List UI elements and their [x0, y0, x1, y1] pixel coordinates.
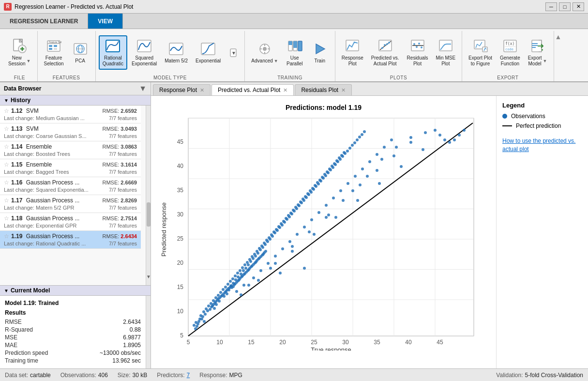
- status-bar: Data set: cartable Observations: 406 Siz…: [0, 368, 588, 381]
- plot-title: Predictions: model 1.19: [155, 104, 492, 111]
- advanced-button[interactable]: Advanced ▼: [248, 39, 281, 66]
- star-icon[interactable]: ☆: [4, 125, 9, 132]
- pca-button[interactable]: PCA: [68, 39, 92, 66]
- svg-text:25: 25: [311, 339, 317, 346]
- svg-point-248: [298, 204, 301, 207]
- legend-panel: Legend Observations Perfect prediction H…: [496, 96, 588, 368]
- history-item[interactable]: ☆ 1.15 Ensemble RMSE: 3.1614 Last change…: [0, 159, 141, 177]
- svg-point-311: [453, 138, 456, 141]
- svg-rect-8: [49, 45, 52, 47]
- svg-point-324: [257, 279, 260, 282]
- data-browser-collapse-icon[interactable]: ▼: [139, 84, 147, 93]
- predicted-actual-button[interactable]: Predicted vs.Actual Plot: [368, 36, 403, 69]
- svg-rect-33: [293, 41, 297, 48]
- toolbar-group-training: Advanced ▼ UseParallel: [245, 31, 335, 81]
- response-plot-button[interactable]: ResponsePlot: [338, 36, 367, 69]
- star-icon[interactable]: ☆: [4, 197, 9, 204]
- svg-rect-9: [54, 45, 57, 47]
- close-predicted-actual-plot-icon[interactable]: ✕: [283, 87, 287, 93]
- pca-icon: [73, 41, 88, 57]
- help-link[interactable]: How to use the predicted vs. actual plot: [502, 137, 582, 153]
- pca-label: PCA: [75, 58, 85, 64]
- svg-point-234: [264, 243, 267, 246]
- use-parallel-label: UseParallel: [286, 55, 302, 67]
- tab-residuals-plot[interactable]: Residuals Plot ✕: [295, 84, 352, 95]
- result-training-time: Training time 13.962 sec: [5, 357, 141, 365]
- current-model-collapse-icon[interactable]: ▼: [4, 288, 9, 293]
- current-model-scrollbar[interactable]: [146, 296, 151, 368]
- more-models-button[interactable]: ▼: [225, 43, 241, 63]
- svg-point-284: [296, 233, 299, 236]
- status-response: Response: MPG: [199, 372, 242, 379]
- maximize-button[interactable]: □: [559, 2, 571, 11]
- squared-exponential-button[interactable]: SquaredExponential: [128, 36, 160, 69]
- svg-point-283: [288, 240, 291, 243]
- results-label: Results: [5, 309, 141, 316]
- export-plot-to-figure-button[interactable]: Export Plotto Figure: [465, 36, 496, 69]
- train-icon: [312, 41, 328, 57]
- history-item[interactable]: ☆ 1.12 SVM RMSE: 2.6592 Last change: Med…: [0, 106, 141, 123]
- history-item[interactable]: ☆ 1.14 Ensemble RMSE: 3.0863 Last change…: [0, 141, 141, 159]
- svg-point-159: [219, 291, 222, 294]
- tab-predicted-actual-plot[interactable]: Predicted vs. Actual Plot ✕: [211, 84, 294, 95]
- left-panel: Data Browser ▼ ▼ History ☆ 1.12 SVM: [0, 82, 151, 368]
- feature-selection-button[interactable]: Feature Selection FeatureSelection: [41, 36, 67, 69]
- close-response-plot-icon[interactable]: ✕: [200, 87, 204, 93]
- svg-point-316: [291, 250, 294, 253]
- svg-text:45: 45: [177, 138, 183, 145]
- svg-point-155: [210, 302, 212, 305]
- plot-area: Predictions: model 1.19: [151, 96, 588, 368]
- history-item[interactable]: ☆ 1.16 Gaussian Process ... RMSE: 2.6669…: [0, 177, 141, 195]
- minimize-button[interactable]: ─: [545, 2, 557, 11]
- plot-canvas: Predictions: model 1.19: [151, 96, 496, 368]
- svg-point-156: [212, 299, 215, 302]
- star-icon[interactable]: ☆: [4, 179, 9, 186]
- svg-point-325: [274, 262, 277, 265]
- result-mse: MSE 6.9877: [5, 334, 141, 341]
- close-button[interactable]: ✕: [573, 2, 584, 11]
- toolbar-scroll-up-icon[interactable]: ▲: [555, 33, 562, 41]
- svg-point-41: [388, 42, 390, 44]
- close-residuals-plot-icon[interactable]: ✕: [341, 87, 346, 93]
- svg-text:35: 35: [374, 339, 380, 346]
- toolbar: NewSession ▼ FILE Feature Selecti: [0, 29, 588, 82]
- svg-point-245: [290, 213, 293, 215]
- svg-point-308: [438, 134, 441, 137]
- svg-point-271: [353, 141, 356, 144]
- svg-point-277: [242, 284, 245, 287]
- exponential-label: Exponential: [196, 58, 221, 64]
- history-item[interactable]: ☆ 1.13 SVM RMSE: 3.0493 Last change: Coa…: [0, 123, 141, 141]
- star-icon[interactable]: ☆: [4, 107, 9, 114]
- generate-function-button[interactable]: f(x) code GenerateFunction: [497, 36, 524, 69]
- export-model-button[interactable]: ExportModel ▼: [525, 36, 551, 69]
- tab-response-plot[interactable]: Response Plot ✕: [153, 84, 211, 95]
- star-icon[interactable]: ☆: [4, 233, 9, 240]
- star-icon[interactable]: ☆: [4, 161, 9, 168]
- svg-point-326: [291, 245, 294, 248]
- use-parallel-button[interactable]: UseParallel: [283, 36, 307, 69]
- svg-text:20: 20: [279, 339, 286, 346]
- history-item-selected[interactable]: ☆ 1.19 Gaussian Process ... RMSE: 2.6434…: [0, 231, 141, 249]
- svg-point-289: [332, 197, 335, 199]
- star-icon[interactable]: ☆: [4, 215, 9, 222]
- scroll-down-icon[interactable]: ▼: [146, 274, 151, 279]
- tab-regression-learner[interactable]: REGRESSION LEARNER: [0, 14, 88, 29]
- rational-quadratic-button[interactable]: RationalQuadratic: [99, 35, 127, 70]
- svg-point-162: [226, 283, 229, 286]
- exponential-button[interactable]: Exponential: [192, 39, 224, 66]
- window-controls[interactable]: ─ □ ✕: [545, 2, 584, 11]
- history-scrollbar[interactable]: ▼: [146, 106, 151, 285]
- toolbar-scroll[interactable]: ▲: [554, 31, 563, 81]
- history-item[interactable]: ☆ 1.18 Gaussian Process ... RMSE: 2.7514…: [0, 213, 141, 231]
- star-icon[interactable]: ☆: [4, 143, 9, 150]
- history-item[interactable]: ☆ 1.17 Gaussian Process ... RMSE: 2.8269…: [0, 195, 141, 213]
- svg-point-212: [203, 320, 206, 323]
- matern-52-button[interactable]: Matern 5/2: [161, 39, 191, 66]
- toolbar-group-features: Feature Selection FeatureSelection PCA F…: [38, 31, 96, 81]
- tab-view[interactable]: VIEW: [88, 14, 123, 29]
- residuals-plot-button[interactable]: ResidualsPlot: [404, 36, 432, 69]
- train-button[interactable]: Train: [308, 39, 332, 66]
- history-collapse-icon[interactable]: ▼: [4, 98, 9, 103]
- min-mse-plot-button[interactable]: Min MSEPlot: [433, 36, 459, 69]
- new-session-button[interactable]: NewSession ▼: [5, 36, 34, 69]
